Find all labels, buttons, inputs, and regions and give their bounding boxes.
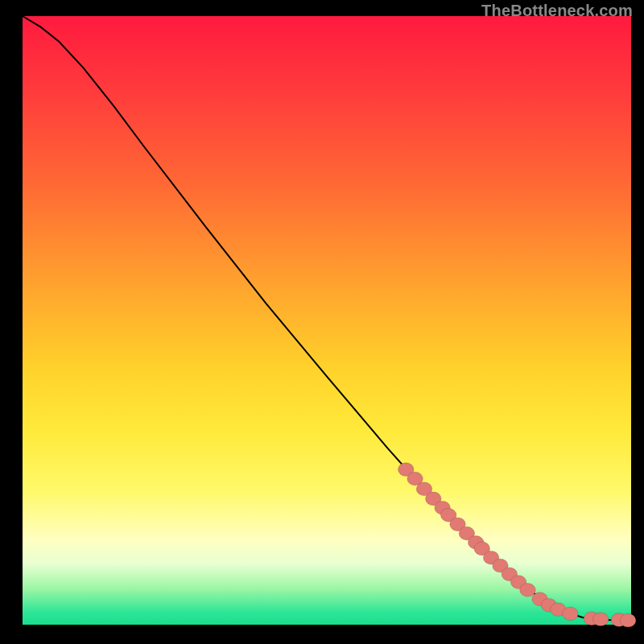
chart-frame: TheBottleneck.com: [0, 0, 644, 644]
data-marker: [520, 584, 536, 597]
data-marker: [563, 607, 579, 621]
data-marker: [592, 613, 609, 626]
chart-svg: [23, 16, 631, 625]
plot-area: [23, 16, 631, 625]
data-marker: [620, 613, 636, 627]
chart-curve: [23, 16, 628, 621]
chart-markers: [398, 463, 637, 627]
